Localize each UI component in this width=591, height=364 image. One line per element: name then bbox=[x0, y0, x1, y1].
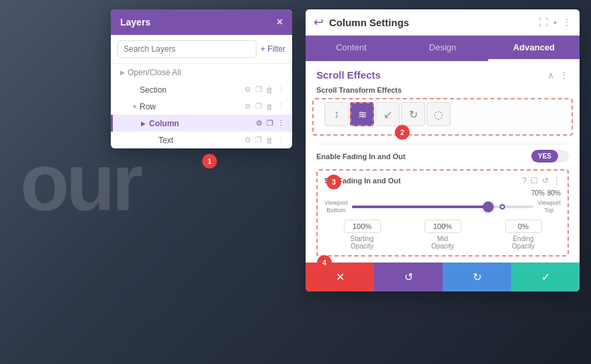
starting-opacity-group: Starting Opacity bbox=[344, 220, 381, 250]
more-icon[interactable]: ⋮ bbox=[277, 135, 285, 145]
more-icon[interactable]: ⋮ bbox=[553, 176, 561, 185]
confirm-button[interactable]: ✓ bbox=[511, 263, 580, 291]
divider bbox=[316, 144, 569, 144]
settings-icon[interactable]: ⚙ bbox=[244, 101, 252, 111]
enable-fading-row: Enable Fading In and Out YES bbox=[316, 150, 569, 163]
settings-tabs: Content Design Advanced bbox=[306, 36, 580, 61]
ending-opacity-group: Ending Opacity bbox=[505, 220, 542, 250]
scroll-transform-label: Scroll Transform Effects bbox=[306, 86, 580, 98]
transform-btn-0[interactable]: ↕ bbox=[324, 102, 349, 126]
cancel-button[interactable]: ✕ bbox=[306, 263, 374, 291]
transform-buttons-group: ↕ ≋ ↙ ↻ ◌ bbox=[312, 98, 573, 136]
scroll-effects-header: Scroll Effects ∧ ⋮ bbox=[306, 61, 580, 86]
viewport-top-label: Viewport Top bbox=[537, 199, 561, 214]
layers-search-input[interactable] bbox=[118, 40, 257, 58]
layer-text-icons: ⚙ ❐ 🗑 ⋮ bbox=[244, 135, 285, 145]
question-icon[interactable]: ? bbox=[522, 176, 527, 185]
settings-icon[interactable]: ⚙ bbox=[255, 118, 263, 128]
settings-footer: ✕ ↺ ↻ ✓ bbox=[306, 262, 580, 291]
layers-search-row: + Filter bbox=[111, 35, 292, 64]
more-icon[interactable]: ⋮ bbox=[277, 85, 285, 95]
trash-icon[interactable]: 🗑 bbox=[265, 136, 274, 145]
settings-title: Column Settings bbox=[329, 17, 533, 28]
layer-row-icons: ⚙ ❐ 🗑 ⋮ bbox=[244, 101, 285, 111]
layer-column-icons: ⚙ ❐ ⋮ bbox=[255, 118, 285, 128]
settings-content: Scroll Effects ∧ ⋮ Scroll Transform Effe… bbox=[306, 61, 580, 262]
settings-panel: ↩ Column Settings ⛶ ▪ ⋮ Content Design A… bbox=[306, 9, 580, 291]
section-more-icon[interactable]: ⋮ bbox=[559, 70, 569, 81]
toggle-no-label bbox=[558, 154, 569, 159]
tab-content[interactable]: Content bbox=[306, 36, 397, 61]
fading-set-label: Set Fading In and Out bbox=[324, 177, 518, 185]
slider-track[interactable] bbox=[352, 206, 533, 208]
layers-title: Layers bbox=[120, 17, 150, 28]
reset-icon[interactable]: ↺ bbox=[542, 176, 549, 185]
device-icon[interactable]: ☐ bbox=[531, 176, 538, 185]
toggle-yes-label: YES bbox=[531, 150, 558, 163]
opacity-inputs-row: Starting Opacity Mid Opacity Ending Opac… bbox=[324, 220, 561, 250]
fading-toggle[interactable]: YES bbox=[531, 150, 569, 163]
trash-icon[interactable]: 🗑 bbox=[265, 102, 274, 111]
percent-row: 70% 80% bbox=[324, 189, 561, 197]
trash-icon[interactable]: 🗑 bbox=[265, 85, 274, 95]
percent-70: 70% bbox=[531, 189, 545, 197]
slider-row: Viewport Bottom Viewport Top bbox=[324, 199, 561, 214]
fading-set-header: Set Fading In and Out ? ☐ ↺ ⋮ bbox=[324, 176, 561, 185]
fading-section: Enable Fading In and Out YES Set Fading … bbox=[306, 150, 580, 257]
starting-opacity-label: Starting Opacity bbox=[351, 235, 373, 250]
more-icon[interactable]: ⋮ bbox=[277, 118, 285, 128]
starting-opacity-input[interactable] bbox=[344, 220, 381, 233]
collapse-icon[interactable]: ∧ bbox=[547, 70, 554, 81]
transform-btn-3[interactable]: ↻ bbox=[401, 102, 425, 126]
viewport-bottom-label: Viewport Bottom bbox=[324, 199, 348, 214]
background-text: our bbox=[20, 136, 140, 228]
copy-icon[interactable]: ❐ bbox=[255, 85, 263, 95]
slider-tick[interactable] bbox=[500, 204, 505, 210]
tab-advanced[interactable]: Advanced bbox=[488, 36, 580, 61]
copy-icon[interactable]: ❐ bbox=[255, 135, 263, 145]
redo-button[interactable]: ↻ bbox=[443, 263, 511, 291]
mid-opacity-input[interactable] bbox=[424, 220, 461, 233]
layer-item-column[interactable]: ▶ Column ⚙ ❐ ⋮ bbox=[111, 115, 292, 132]
expand-icon[interactable]: ⛶ bbox=[539, 17, 548, 28]
window-icon[interactable]: ▪ bbox=[553, 17, 557, 28]
settings-icon[interactable]: ⚙ bbox=[244, 85, 252, 95]
slider-thumb[interactable] bbox=[483, 201, 494, 212]
enable-fading-label: Enable Fading In and Out bbox=[316, 152, 406, 161]
mid-opacity-label: Mid Opacity bbox=[431, 235, 454, 250]
section-header-icons: ∧ ⋮ bbox=[547, 70, 569, 81]
more-icon[interactable]: ⋮ bbox=[562, 17, 572, 28]
layer-section-icons: ⚙ ❐ 🗑 ⋮ bbox=[244, 85, 285, 95]
ending-opacity-label: Ending Opacity bbox=[512, 235, 535, 250]
layer-item-section[interactable]: Section ⚙ ❐ 🗑 ⋮ bbox=[111, 81, 292, 98]
transform-btn-2[interactable]: ↙ bbox=[375, 102, 400, 126]
open-close-all[interactable]: Open/Close All bbox=[111, 64, 292, 81]
percent-80: 80% bbox=[547, 189, 561, 197]
layer-item-text[interactable]: Text ⚙ ❐ 🗑 ⋮ bbox=[111, 132, 292, 148]
scroll-effects-title: Scroll Effects bbox=[316, 69, 381, 81]
layer-item-row[interactable]: ▼ Row ⚙ ❐ 🗑 ⋮ bbox=[111, 98, 292, 115]
settings-icon[interactable]: ⚙ bbox=[244, 135, 252, 145]
fading-set-section: Set Fading In and Out ? ☐ ↺ ⋮ 70% 80% Vi… bbox=[316, 169, 569, 257]
settings-header: ↩ Column Settings ⛶ ▪ ⋮ bbox=[306, 9, 580, 36]
ending-opacity-input[interactable] bbox=[505, 220, 542, 233]
back-button[interactable]: ↩ bbox=[314, 15, 324, 30]
layers-header: Layers × bbox=[111, 9, 292, 35]
settings-header-icons: ⛶ ▪ ⋮ bbox=[539, 17, 572, 28]
transform-btn-4[interactable]: ◌ bbox=[426, 102, 451, 126]
more-icon[interactable]: ⋮ bbox=[277, 101, 285, 111]
copy-icon[interactable]: ❐ bbox=[266, 118, 274, 128]
mid-opacity-group: Mid Opacity bbox=[424, 220, 461, 250]
filter-button[interactable]: + Filter bbox=[261, 44, 285, 54]
reset-button[interactable]: ↺ bbox=[374, 263, 443, 291]
transform-btn-1[interactable]: ≋ bbox=[350, 102, 374, 126]
copy-icon[interactable]: ❐ bbox=[255, 101, 263, 111]
layers-close-button[interactable]: × bbox=[277, 16, 283, 28]
tab-design[interactable]: Design bbox=[397, 36, 488, 61]
layers-panel: Layers × + Filter Open/Close All Section… bbox=[111, 9, 292, 148]
